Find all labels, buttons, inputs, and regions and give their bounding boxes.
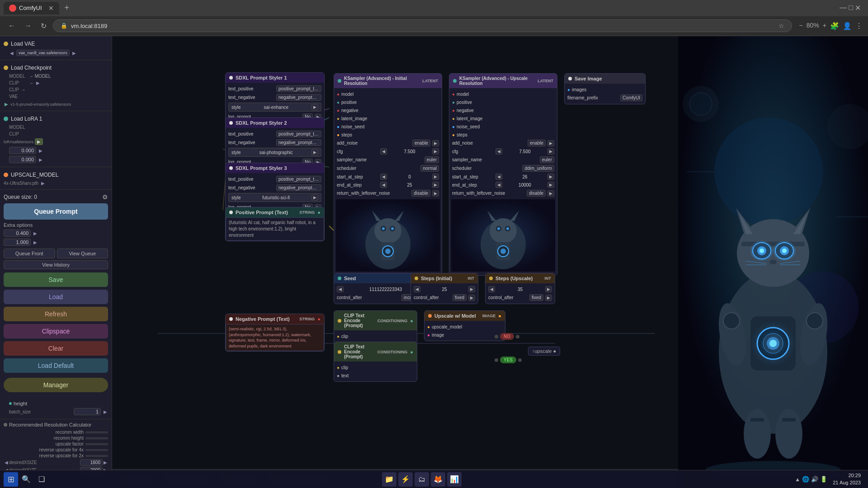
taskbar-time-text: 20:29 bbox=[833, 472, 861, 479]
styler3-style-btn[interactable]: ▶ bbox=[311, 194, 318, 201]
settings-icon[interactable]: ⋮ bbox=[855, 22, 863, 30]
batch-right-btn[interactable]: ▶ bbox=[103, 409, 108, 414]
profile-icon[interactable]: 👤 bbox=[843, 22, 852, 30]
clip-go-btn[interactable]: ▶ bbox=[35, 80, 41, 85]
refresh-button[interactable]: Refresh bbox=[4, 307, 108, 321]
styler2-style-value: sai-photographic bbox=[259, 150, 293, 155]
queue-prompt-button[interactable]: Queue Prompt bbox=[4, 203, 108, 220]
ki-addnoise-btn[interactable]: ▶ bbox=[432, 140, 439, 146]
ki-end-left[interactable]: ◀ bbox=[380, 182, 387, 188]
extra-val1-btn[interactable]: ▶ bbox=[33, 231, 38, 236]
sdxl-styler3-node: SDXL Prompt Styler 3 text_positive posit… bbox=[225, 163, 325, 214]
load-button[interactable]: Load bbox=[4, 290, 108, 304]
active-tab[interactable]: ComfyUI ✕ bbox=[4, 2, 59, 14]
clear-button[interactable]: Clear bbox=[4, 341, 108, 356]
tray-network-icon[interactable]: 🌐 bbox=[802, 476, 809, 483]
ku-cfg-left[interactable]: ◀ bbox=[495, 148, 502, 155]
extra-options-label[interactable]: Extra options bbox=[4, 221, 108, 229]
lora-go-btn[interactable]: ▶ bbox=[35, 138, 43, 145]
ku-end-right[interactable]: ▶ bbox=[547, 182, 554, 188]
upscale-go-btn[interactable]: ▶ bbox=[40, 181, 46, 186]
positive-prompt-title: Positive Prompt (Text) STRING ● bbox=[226, 207, 324, 217]
save-button[interactable]: Save bbox=[4, 272, 108, 287]
styler2-style-btn[interactable]: ▶ bbox=[311, 149, 318, 155]
ku-return-btn[interactable]: ▶ bbox=[547, 190, 554, 197]
manager-button[interactable]: Manager bbox=[4, 378, 108, 392]
ku-addnoise-btn[interactable]: ▶ bbox=[547, 140, 554, 146]
ku-cfg-right[interactable]: ▶ bbox=[547, 148, 554, 155]
vae-next-btn[interactable]: ▶ bbox=[71, 51, 77, 56]
ku-end-left[interactable]: ◀ bbox=[495, 182, 502, 188]
windows-icon: ⊞ bbox=[8, 474, 14, 484]
tray-battery-icon[interactable]: 🔋 bbox=[820, 476, 827, 483]
taskbar-file-explorer[interactable]: 📁 bbox=[382, 472, 396, 487]
ku-start-left[interactable]: ◀ bbox=[495, 174, 502, 180]
steps-initial-title-text: Steps (Initial) bbox=[421, 276, 452, 281]
taskview-icon[interactable]: ❑ bbox=[34, 472, 49, 487]
tab-close-button[interactable]: ✕ bbox=[48, 5, 54, 12]
seed-left-btn[interactable]: ◀ bbox=[337, 286, 344, 292]
clipspace-button[interactable]: Clipspace bbox=[4, 324, 108, 338]
search-taskbar-icon[interactable]: 🔍 bbox=[19, 472, 33, 487]
close-window-button[interactable]: ✕ bbox=[855, 4, 861, 12]
steps-upscale-title-text: Steps (Upscale) bbox=[495, 276, 533, 281]
upscale-factor-label: upscale factor bbox=[4, 441, 85, 446]
taskbar-app5[interactable]: 📊 bbox=[447, 472, 462, 487]
pos-prompt-title-text: Positive Prompt (Text) bbox=[236, 210, 288, 215]
taskbar-files[interactable]: 🗂 bbox=[415, 472, 429, 487]
zoom-out-icon[interactable]: − bbox=[799, 22, 803, 30]
maximize-button[interactable]: □ bbox=[849, 4, 853, 12]
tray-up-arrow[interactable]: ▲ bbox=[795, 476, 800, 483]
lora-val2-right[interactable]: ▶ bbox=[38, 157, 43, 162]
view-history-button[interactable]: View History bbox=[4, 260, 108, 269]
yes-toggle-pill[interactable]: YES bbox=[500, 357, 516, 363]
checkpoint-go-btn[interactable]: ▶ bbox=[4, 102, 9, 107]
ki-end-right[interactable]: ▶ bbox=[432, 182, 439, 188]
positive-prompt-text[interactable]: (futuristic AI cat, half organic half ro… bbox=[226, 217, 324, 241]
ku-start-right[interactable]: ▶ bbox=[547, 174, 554, 180]
windows-button[interactable]: ⊞ bbox=[4, 472, 18, 487]
no-toggle: NO bbox=[492, 332, 522, 341]
lora-val1-right[interactable]: ▶ bbox=[38, 148, 43, 153]
su-control-btn[interactable]: ▶ bbox=[545, 295, 552, 301]
canvas-area[interactable]: SDXL Prompt Styler 1 text_positive posit… bbox=[112, 36, 868, 488]
ku-end-value: 10000 bbox=[504, 183, 546, 188]
taskbar-datetime: 20:29 21 Aug 2023 bbox=[829, 472, 864, 486]
styler1-style-btn[interactable]: ▶ bbox=[311, 104, 318, 110]
minimize-button[interactable]: — bbox=[840, 4, 847, 12]
ki-cfg-right[interactable]: ▶ bbox=[432, 148, 439, 155]
positive-prompt-node: Positive Prompt (Text) STRING ● (futuris… bbox=[225, 207, 325, 241]
back-button[interactable]: ← bbox=[5, 20, 18, 32]
desired-x-next[interactable]: ▶ bbox=[103, 460, 108, 465]
desired-x-prev[interactable]: ◀ bbox=[4, 460, 9, 465]
view-queue-button[interactable]: View Queue bbox=[57, 249, 108, 258]
queue-settings-icon[interactable]: ⚙ bbox=[102, 193, 108, 201]
ki-cfg-left[interactable]: ◀ bbox=[380, 148, 387, 155]
zoom-in-icon[interactable]: + bbox=[823, 22, 826, 30]
si-right-btn[interactable]: ▶ bbox=[468, 286, 475, 292]
su-right-btn[interactable]: ▶ bbox=[545, 286, 552, 292]
taskbar-terminal[interactable]: ⚡ bbox=[398, 472, 413, 487]
new-tab-button[interactable]: + bbox=[65, 3, 70, 13]
negative-prompt-text[interactable]: (semi-realistic, cgi, 2.5d, 3di1.3), (an… bbox=[226, 324, 324, 351]
ki-return-btn[interactable]: ▶ bbox=[432, 190, 439, 197]
tray-volume-icon[interactable]: 🔊 bbox=[811, 476, 818, 483]
address-bar[interactable]: 🔒 vm.local:8189 ☆ bbox=[53, 19, 792, 32]
load-default-button[interactable]: Load Default bbox=[4, 358, 108, 373]
vae-prev-btn[interactable]: ◀ bbox=[9, 51, 14, 56]
ki-start-right[interactable]: ▶ bbox=[432, 174, 439, 180]
bookmark-icon[interactable]: ☆ bbox=[778, 22, 784, 29]
terminal-icon: ⚡ bbox=[401, 475, 410, 483]
no-toggle-pill[interactable]: NO bbox=[500, 333, 514, 340]
extensions-icon[interactable]: 🧩 bbox=[830, 22, 839, 30]
taskbar-firefox[interactable]: 🦊 bbox=[431, 472, 445, 487]
reload-button[interactable]: ↻ bbox=[38, 20, 49, 32]
queue-front-button[interactable]: Queue Front bbox=[4, 249, 55, 258]
ki-noise-row: ● noise_seed bbox=[334, 122, 442, 131]
ki-start-left[interactable]: ◀ bbox=[380, 174, 387, 180]
su-left-btn[interactable]: ◀ bbox=[488, 286, 495, 292]
si-left-btn[interactable]: ◀ bbox=[414, 286, 420, 292]
forward-button[interactable]: → bbox=[22, 20, 34, 32]
si-control-btn[interactable]: ▶ bbox=[468, 295, 475, 301]
extra-val2-btn[interactable]: ▶ bbox=[33, 240, 38, 245]
